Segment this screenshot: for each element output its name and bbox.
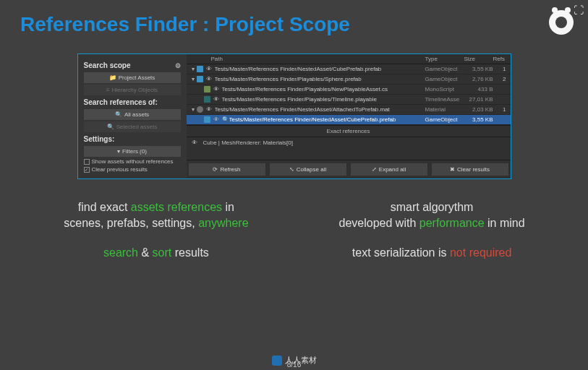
size-cell: 27,01 KB [467,96,496,103]
detail-text: Cube | MeshRenderer: Materials[0] [203,139,293,146]
table-row[interactable]: ▾👁Tests/Master/References Finder/NestedA… [187,64,511,74]
selected-assets-button[interactable]: 🔍 Selected assets [84,121,181,132]
eye-icon[interactable]: 👁 [205,106,213,113]
scope-heading-label: Search scope [84,61,131,69]
clear-prev-label: Clear previous results [92,166,148,173]
eye-icon[interactable]: 👁 [213,96,220,103]
collapse-all-button[interactable]: ⤡ Collapse all [270,163,346,176]
refs-cell: 1 [496,106,508,113]
settings-heading: Settings: [84,135,181,143]
watermark-icon [272,356,282,366]
collapse-label: Collapse all [297,166,326,173]
pl2a: scenes, prefabs, settings, [64,217,198,229]
table-row[interactable]: 👁🔍Tests/Master/References Finder/NestedA… [187,115,511,125]
filters-button[interactable]: ▾ Filters (0) [84,146,181,157]
asset-icon [197,76,203,82]
page-indicator: 8/16 [287,361,301,369]
asset-icon [204,86,210,92]
refresh-label: Refresh [220,166,240,173]
type-cell: GameObject [425,66,467,72]
chevron-down-icon[interactable]: ▾ [189,66,197,72]
promo-text: find exact assets references in scenes, … [29,199,559,261]
refs-cell: 2 [496,76,508,82]
fullscreen-icon[interactable]: ⛶ [574,4,584,16]
pl3amp: & [138,246,153,259]
type-cell: Material [425,106,467,113]
table-row[interactable]: ▾👁Tests/Master/References Finder/NestedA… [187,105,511,115]
pl2b: anywhere [198,217,248,229]
eye-icon[interactable]: 👁 [205,76,213,82]
pr2c: in mind [485,217,525,229]
search-icon[interactable]: 🔍 [222,116,229,123]
pr3a: text serialization is [352,246,450,259]
scope-heading: Search scope ⚙ [84,61,181,69]
chevron-down-icon[interactable]: ▾ [189,76,197,82]
project-assets-button[interactable]: 📁 Project Assets [84,72,181,83]
eye-icon[interactable]: 👁 [205,66,213,72]
show-without-refs-checkbox[interactable]: Show assets without references [84,158,181,165]
pl3a: search [103,246,138,259]
project-assets-label: Project Assets [119,74,155,81]
exact-references-bar: Exact references [187,125,511,137]
promo-left: find exact assets references in scenes, … [29,199,284,261]
clear-results-button[interactable]: ✖ Clear results [432,163,508,176]
detail-row[interactable]: 👁 Cube | MeshRenderer: Materials[0] [187,137,511,148]
type-cell: GameObject [425,76,467,82]
refresh-button[interactable]: ⟳ Refresh [189,163,265,176]
table-header: Path Type Size Refs [187,54,511,64]
promo-right: smart algorythm developed with performan… [304,199,559,261]
pr2b: performance [419,217,485,229]
clear-previous-checkbox[interactable]: ✓Clear previous results [84,166,181,173]
size-cell: 2,03 KB [467,106,496,113]
path-cell: Tests/Master/References Finder/Playables… [222,86,425,92]
show-without-label: Show assets without references [92,158,174,165]
col-size[interactable]: Size [464,56,493,62]
pr2a: developed with [339,217,419,229]
app-logo-icon [549,10,574,35]
table-row[interactable]: 👁Tests/Master/References Finder/Playable… [187,85,511,95]
asset-icon [197,106,203,113]
pr1a: smart algorythm [391,201,474,213]
type-cell: TimelineAsse [425,96,467,103]
finder-panel: Search scope ⚙ 📁 Project Assets ≡ Hierar… [77,53,511,179]
col-refs[interactable]: Refs [493,56,508,62]
eye-icon[interactable]: 👁 [213,116,220,123]
path-cell: Tests/Master/References Finder/Playables… [222,96,425,103]
sidebar: Search scope ⚙ 📁 Project Assets ≡ Hierar… [78,54,187,178]
selected-assets-label: Selected assets [116,124,157,130]
path-cell: Tests/Master/References Finder/NestedAss… [229,116,425,123]
all-assets-label: All assets [124,111,149,118]
bottom-toolbar: ⟳ Refresh ⤡ Collapse all ⤢ Expand all ✖ … [187,160,511,178]
hierarchy-objects-button[interactable]: ≡ Hierarchy Objects [84,85,181,95]
chevron-down-icon[interactable]: ▾ [189,106,197,113]
asset-icon [197,66,203,72]
results-rows: ▾👁Tests/Master/References Finder/NestedA… [187,64,511,125]
path-cell: Tests/Master/References Finder/NestedAss… [215,66,425,72]
all-assets-button[interactable]: 🔍 All assets [84,109,181,120]
size-cell: 3,55 KB [467,116,496,123]
eye-icon[interactable]: 👁 [213,86,220,92]
expand-all-button[interactable]: ⤢ Expand all [351,163,427,176]
refs-heading: Search references of: [84,98,181,106]
results-pane: Path Type Size Refs ▾👁Tests/Master/Refer… [187,54,511,178]
clear-label: Clear results [457,166,490,173]
asset-icon [204,96,210,103]
type-cell: GameObject [425,116,467,123]
table-row[interactable]: ▾👁Tests/Master/References Finder/Playabl… [187,74,511,85]
pl1a: find exact [78,201,131,213]
page-title: References Finder : Project Scope [0,0,588,36]
asset-icon [204,116,210,123]
size-cell: 2,76 KB [467,76,496,82]
filters-label: Filters (0) [122,148,147,155]
pl3c: results [171,246,209,259]
table-row[interactable]: 👁Tests/Master/References Finder/Playable… [187,95,511,105]
size-cell: 433 B [467,86,496,92]
path-cell: Tests/Master/References Finder/NestedAss… [215,106,425,113]
col-type[interactable]: Type [425,56,464,62]
pr3b: not required [450,246,511,259]
gear-icon[interactable]: ⚙ [175,62,181,69]
pl1c: in [222,201,234,213]
type-cell: MonoScript [425,86,467,92]
col-path[interactable]: Path [189,56,425,62]
expand-label: Expand all [379,166,406,173]
